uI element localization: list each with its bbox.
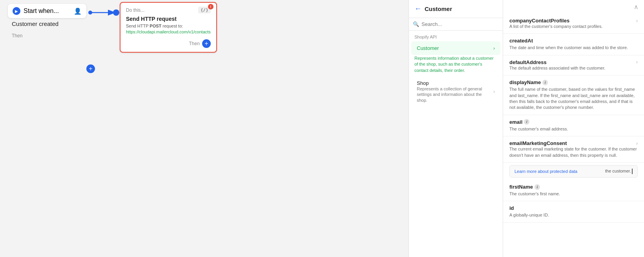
shop-item-label: Shop xyxy=(417,80,493,86)
prop-desc: The customer's email address. xyxy=(509,126,638,132)
prop-name: companyContactProfiles xyxy=(509,18,569,24)
person-icon: 👤 xyxy=(74,7,82,15)
prop-desc: The date and time when the customer was … xyxy=(509,45,638,51)
panel-title: Customer xyxy=(425,6,452,12)
category-desc-customer: Represents information about a customer … xyxy=(409,55,503,77)
prop-desc: The full name of the customer, based on … xyxy=(509,86,638,111)
shop-item-desc: Represents a collection of general setti… xyxy=(417,86,493,103)
add-step-left-button[interactable]: + xyxy=(86,64,95,73)
start-node: ▶ Start when... 👤 xyxy=(8,4,86,18)
api-section-label: Shopify API xyxy=(409,31,503,41)
do-this-label: Do this... xyxy=(126,7,144,13)
start-icon: ▶ xyxy=(13,7,20,15)
prop-name-link: emailMarketingConsent › xyxy=(509,140,638,146)
then-label-left: Then xyxy=(12,33,22,39)
action-title: Send HTTP request xyxy=(126,16,211,22)
cursor-indicator xyxy=(632,169,633,174)
prop-name: createdAt xyxy=(509,38,638,44)
prop-chevron: › xyxy=(636,59,638,65)
shop-chevron: › xyxy=(493,89,495,94)
action-node-header: Do this... {/} xyxy=(126,7,211,13)
action-url-link[interactable]: https://cloudapi.mailercloud.com/v1/cont… xyxy=(126,29,211,34)
right-panel: ← Customer 🔍 Shopify API Customer › Repr… xyxy=(409,0,644,257)
info-icon: i xyxy=(535,184,540,190)
prop-desc: The customer's first name. xyxy=(509,191,638,197)
tooltip-suffix: the customer. xyxy=(605,169,633,174)
category-chevron-customer: › xyxy=(493,46,495,51)
info-icon: i xyxy=(542,80,548,85)
prop-desc: The current email marketing state for th… xyxy=(509,146,638,158)
prop-item-createdat[interactable]: createdAt The date and time when the cus… xyxy=(503,34,644,55)
prop-name: emailMarketingConsent xyxy=(509,140,567,146)
search-icon: 🔍 xyxy=(413,21,419,27)
prop-item-defaultaddress[interactable]: defaultAddress › The default address ass… xyxy=(503,55,644,75)
prop-desc: The default address associated with the … xyxy=(509,65,638,71)
start-node-label: Start when... xyxy=(24,7,59,15)
prop-desc: A globally-unique ID. xyxy=(509,212,638,218)
prop-name: email i xyxy=(509,119,638,125)
search-box: 🔍 xyxy=(409,18,503,31)
prop-chevron: › xyxy=(636,18,638,24)
canvas-area: ▶ Start when... 👤 Customer created Then … xyxy=(0,0,409,257)
prop-desc: A list of the customer's company contact… xyxy=(509,24,638,29)
prop-name: id xyxy=(509,205,638,211)
prop-item-firstname[interactable]: firstName i The customer's first name. xyxy=(503,180,644,201)
shop-item-content: Shop Represents a collection of general … xyxy=(417,80,493,103)
category-item-customer[interactable]: Customer › xyxy=(411,41,500,55)
then-row: Then + xyxy=(126,39,211,48)
protected-data-tooltip: Learn more about protected data the cust… xyxy=(509,165,638,178)
prop-item-emailmarketingconsent[interactable]: emailMarketingConsent › The current emai… xyxy=(503,136,644,163)
category-item-shop[interactable]: Shop Represents a collection of general … xyxy=(411,77,500,106)
collapse-button[interactable]: ∧ xyxy=(503,0,644,14)
then-label-right: Then xyxy=(189,41,199,46)
panel-header: ← Customer xyxy=(409,0,503,18)
category-label-customer: Customer xyxy=(417,45,439,51)
panel-categories: ← Customer 🔍 Shopify API Customer › Repr… xyxy=(409,0,503,257)
prop-item-email[interactable]: email i The customer's email address. xyxy=(503,115,644,136)
prop-name-link: defaultAddress › xyxy=(509,59,638,65)
search-input[interactable] xyxy=(421,21,499,27)
protected-data-link[interactable]: Learn more about protected data xyxy=(514,169,577,174)
svg-point-3 xyxy=(113,9,119,16)
prop-name-link: companyContactProfiles › xyxy=(509,18,638,24)
prop-item-displayname[interactable]: displayName i The full name of the custo… xyxy=(503,75,644,115)
prop-item-id[interactable]: id A globally-unique ID. xyxy=(503,201,644,222)
panel-properties: ∧ companyContactProfiles › A list of the… xyxy=(503,0,644,257)
error-badge: ! xyxy=(208,4,213,9)
action-node: ! Do this... {/} Send HTTP request Send … xyxy=(120,2,217,53)
action-description: Send HTTP POST request to: https://cloud… xyxy=(126,23,211,35)
prop-chevron: › xyxy=(636,141,638,146)
prop-item-companycontactprofiles[interactable]: companyContactProfiles › A list of the c… xyxy=(503,14,644,34)
customer-created-text: Customer created xyxy=(12,20,58,27)
info-icon: i xyxy=(524,119,529,125)
prop-name: displayName i xyxy=(509,79,638,85)
back-button[interactable]: ← xyxy=(414,5,421,13)
prop-name: firstName i xyxy=(509,184,638,190)
svg-point-2 xyxy=(88,11,92,15)
prop-name: defaultAddress xyxy=(509,59,547,65)
add-step-right-button[interactable]: + xyxy=(202,39,211,48)
